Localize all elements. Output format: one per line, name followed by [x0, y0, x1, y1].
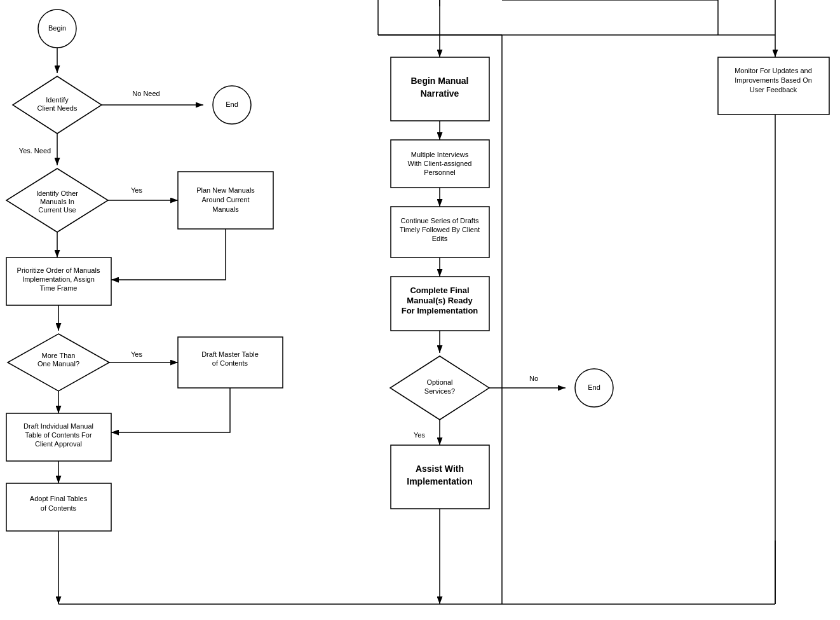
- complete-final-label1: Complete Final: [410, 286, 469, 295]
- continue-series-label1: Continue Series of Drafts: [401, 217, 479, 224]
- prioritize-label1: Prioritize Order of Manuals: [17, 266, 100, 274]
- continue-series-label2: Timely Followed By Client: [400, 226, 480, 233]
- complete-final-label3: For Implementation: [402, 306, 478, 315]
- monitor-label2: Improvements Based On: [735, 76, 812, 84]
- prioritize-label3: Time Frame: [40, 284, 78, 292]
- yes-need-label: Yes. Need: [19, 147, 51, 155]
- optional-services-label2: Services?: [424, 387, 455, 395]
- begin-label: Begin: [48, 24, 66, 32]
- begin-narrative-label1: Begin Manual: [410, 76, 468, 86]
- no-label: No: [529, 375, 538, 382]
- flowchart: Begin Identify Client Needs No Need End …: [0, 0, 840, 620]
- yes1-label: Yes: [131, 186, 142, 194]
- assist-label1: Assist With: [416, 464, 464, 474]
- no-need-label: No Need: [132, 90, 159, 97]
- monitor-label3: User Feedback: [750, 86, 797, 93]
- monitor-label1: Monitor For Updates and: [735, 67, 812, 74]
- draft-individual-label2: Table of Contents For: [25, 431, 92, 439]
- identify-other-label2: Manuals In: [40, 198, 74, 205]
- plan-new-label2: Around Current: [201, 196, 249, 203]
- complete-final-label2: Manual(s) Ready: [407, 296, 473, 305]
- identify-needs-label: Identify: [46, 96, 69, 104]
- yes3-label: Yes: [414, 431, 425, 439]
- continue-series-label3: Edits: [432, 235, 448, 242]
- begin-narrative-label2: Narrative: [421, 88, 459, 99]
- draft-master-label2: of Contents: [212, 359, 248, 367]
- adopt-final-label2: of Contents: [41, 504, 77, 512]
- end1-label: End: [226, 100, 238, 108]
- multiple-interviews-label1: Multiple Interviews: [411, 151, 469, 158]
- multiple-interviews-label2: With Client-assigned: [408, 160, 472, 167]
- optional-services-label1: Optional: [427, 378, 453, 386]
- identify-other-label3: Current Use: [38, 206, 76, 214]
- assist-label2: Implementation: [407, 476, 472, 486]
- identify-other-label1: Identify Other: [36, 189, 78, 197]
- plan-new-label1: Plan New Manuals: [196, 186, 255, 194]
- plan-new-label3: Manuals: [212, 205, 239, 213]
- adopt-final-label1: Adopt Final Tables: [30, 495, 88, 502]
- more-than-one-label2: One Manual?: [37, 360, 79, 368]
- prioritize-label2: Implementation, Assign: [22, 275, 95, 283]
- multiple-interviews-label3: Personnel: [424, 169, 456, 176]
- more-than-one-label1: More Than: [42, 352, 76, 359]
- draft-individual-label3: Client Approval: [35, 440, 82, 448]
- identify-needs-label2: Client Needs: [37, 104, 78, 112]
- yes2-label: Yes: [131, 350, 142, 358]
- draft-master-label1: Draft Master Table: [201, 350, 259, 358]
- draft-individual-label1: Draft Indvidual Manual: [24, 422, 93, 430]
- end2-label: End: [588, 383, 600, 391]
